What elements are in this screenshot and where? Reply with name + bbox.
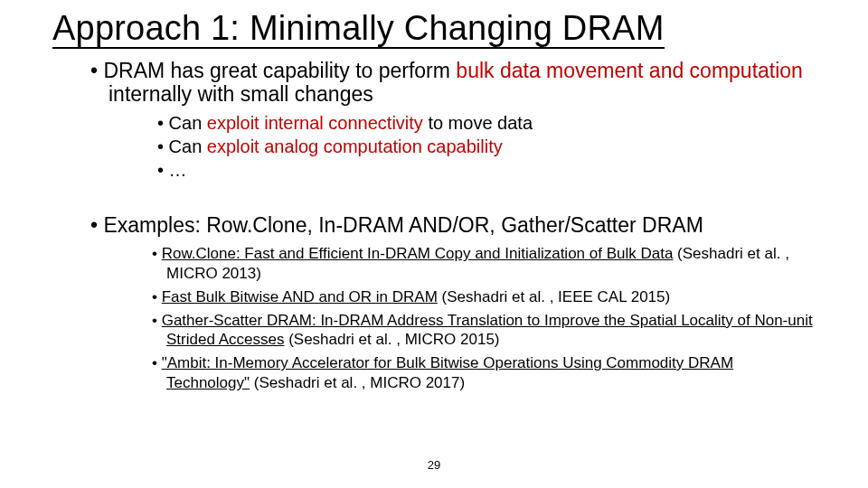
bullet-1c: …: [157, 159, 814, 181]
ref-1-title: Row.Clone: Fast and Efficient In-DRAM Co…: [162, 245, 674, 262]
slide-title: Approach 1: Minimally Changing DRAM: [52, 9, 868, 48]
bullet-1c-text: …: [169, 160, 187, 180]
bullet-1a-pre: Can: [169, 113, 207, 133]
ref-3-cite: (Seshadri et al. , MICRO 2015): [284, 331, 499, 348]
ref-4-cite: (Seshadri et al. , MICRO 2017): [250, 374, 465, 391]
bullet-2-text: Examples: Row.Clone, In-DRAM AND/OR, Gat…: [103, 213, 703, 237]
bullet-1b-pre: Can: [169, 136, 207, 156]
slide: Approach 1: Minimally Changing DRAM DRAM…: [0, 0, 868, 488]
page-number: 29: [0, 458, 868, 472]
bullet-1: DRAM has great capability to perform bul…: [90, 59, 814, 181]
bullet-1-post: internally with small changes: [108, 82, 373, 106]
bullet-1-red: bulk data movement and computation: [456, 59, 803, 82]
ref-3: Gather-Scatter DRAM: In-DRAM Address Tra…: [152, 311, 814, 351]
bullet-list-lvl1: DRAM has great capability to perform bul…: [90, 59, 814, 393]
bullet-1b-red: exploit analog computation capability: [207, 136, 503, 156]
ref-1: Row.Clone: Fast and Efficient In-DRAM Co…: [152, 244, 814, 284]
bullet-2: Examples: Row.Clone, In-DRAM AND/OR, Gat…: [90, 213, 814, 393]
bullet-1a-post: to move data: [423, 113, 533, 133]
ref-2: Fast Bulk Bitwise AND and OR in DRAM (Se…: [152, 287, 814, 307]
bullet-2-sublist: Row.Clone: Fast and Efficient In-DRAM Co…: [152, 244, 814, 392]
bullet-1b: Can exploit analog computation capabilit…: [157, 136, 814, 157]
bullet-1-sublist: Can exploit internal connectivity to mov…: [157, 112, 814, 181]
ref-2-title: Fast Bulk Bitwise AND and OR in DRAM: [162, 288, 438, 305]
ref-4: "Ambit: In-Memory Accelerator for Bulk B…: [152, 353, 814, 393]
bullet-1a: Can exploit internal connectivity to mov…: [157, 112, 814, 134]
slide-title-text: Approach 1: Minimally Changing DRAM: [52, 9, 665, 49]
bullet-1a-red: exploit internal connectivity: [207, 113, 423, 133]
bullet-1-pre: DRAM has great capability to perform: [103, 59, 456, 82]
ref-2-cite: (Seshadri et al. , IEEE CAL 2015): [438, 288, 670, 305]
